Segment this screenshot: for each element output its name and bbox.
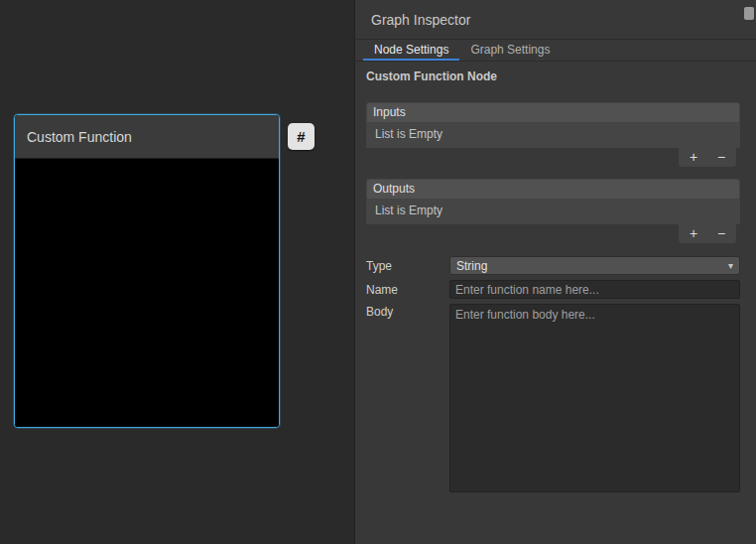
type-dropdown-value: String	[456, 259, 487, 273]
name-label: Name	[366, 282, 449, 297]
outputs-list: Outputs List is Empty + −	[366, 179, 740, 243]
inputs-remove-button[interactable]: −	[710, 149, 732, 166]
panel-title: Graph Inspector	[355, 0, 756, 40]
precision-badge[interactable]: #	[288, 123, 315, 150]
hash-icon: #	[297, 128, 305, 145]
node-title: Custom Function	[27, 129, 132, 145]
inspector-tabs: Node Settings Graph Settings	[355, 40, 756, 62]
inputs-add-button[interactable]: +	[683, 149, 704, 166]
node-header[interactable]: Custom Function	[15, 115, 279, 159]
body-field-row: Body	[366, 304, 740, 492]
function-body-input[interactable]	[449, 304, 740, 492]
outputs-list-footer: + −	[679, 224, 736, 243]
type-field-row: Type String ▾	[366, 256, 740, 275]
scrollbar-thumb[interactable]	[744, 7, 754, 20]
outputs-list-header: Outputs	[366, 179, 740, 200]
tab-graph-settings[interactable]: Graph Settings	[459, 40, 561, 61]
type-dropdown[interactable]: String ▾	[449, 256, 740, 275]
node-settings-content: Custom Function Node Inputs List is Empt…	[355, 62, 756, 492]
inputs-list: Inputs List is Empty + −	[366, 102, 740, 167]
type-label: Type	[366, 258, 449, 273]
outputs-add-button[interactable]: +	[683, 225, 704, 242]
outputs-remove-button[interactable]: −	[710, 225, 732, 242]
graph-inspector-panel: Graph Inspector Node Settings Graph Sett…	[354, 0, 756, 544]
inputs-list-footer: + −	[679, 148, 736, 167]
inputs-list-header: Inputs	[366, 102, 740, 123]
chevron-down-icon: ▾	[728, 260, 733, 271]
section-title: Custom Function Node	[366, 69, 740, 83]
node-body	[15, 159, 279, 428]
name-field-row: Name	[366, 280, 740, 299]
outputs-empty-row: List is Empty	[366, 200, 740, 224]
shader-graph-canvas[interactable]: Custom Function # Graph Inspector Node S…	[0, 0, 756, 544]
body-label: Body	[366, 304, 449, 319]
function-name-input[interactable]	[449, 280, 740, 299]
custom-function-node[interactable]: Custom Function	[14, 114, 280, 428]
inputs-empty-row: List is Empty	[366, 123, 740, 148]
tab-node-settings[interactable]: Node Settings	[363, 40, 459, 61]
